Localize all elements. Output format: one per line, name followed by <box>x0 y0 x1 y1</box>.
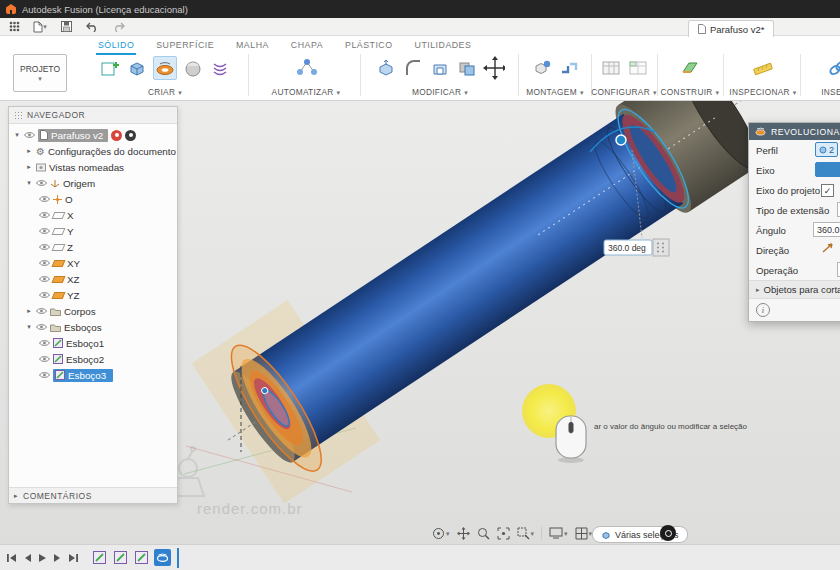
step-back-icon[interactable] <box>23 553 32 563</box>
browser-item-axis-x[interactable]: X <box>9 207 177 223</box>
configuration-table-icon[interactable] <box>600 57 622 79</box>
file-menu-icon[interactable]: ▾ <box>32 20 48 34</box>
expand-arrow-icon[interactable]: ▾ <box>25 323 33 331</box>
combine-icon[interactable] <box>456 57 478 79</box>
browser-header[interactable]: NAVEGADOR <box>9 107 177 124</box>
zoom-window-icon[interactable]: ▾ <box>515 525 537 541</box>
shell-icon[interactable] <box>429 57 451 79</box>
grid-snap-icon[interactable]: ▾ <box>573 525 595 541</box>
browser-item-plane-yz[interactable]: YZ <box>9 287 177 303</box>
new-component-icon[interactable] <box>531 57 553 79</box>
expand-arrow-icon[interactable]: ▸ <box>25 147 33 155</box>
browser-item-origin-point[interactable]: O <box>9 191 177 207</box>
group-label-inspecionar[interactable]: INSPECIONAR <box>729 87 789 97</box>
selected-highlight[interactable]: Esboço3 <box>53 369 113 382</box>
press-pull-icon[interactable] <box>375 57 397 79</box>
visibility-eye-icon[interactable] <box>36 307 47 315</box>
browser-item-axis-z[interactable]: Z <box>9 239 177 255</box>
visibility-eye-icon[interactable] <box>39 227 50 235</box>
visibility-eye-icon[interactable] <box>39 339 50 347</box>
browser-item-sketch2[interactable]: Esboço2 <box>9 351 177 367</box>
group-label-criar[interactable]: CRIAR <box>148 87 175 97</box>
info-icon[interactable]: i <box>756 303 770 317</box>
comments-bar[interactable]: ▸ COMENTÁRIOS <box>9 487 177 503</box>
visibility-eye-icon[interactable] <box>24 131 35 139</box>
redo-icon[interactable] <box>110 20 126 34</box>
browser-item-root[interactable]: ▾ Parafuso v2 <box>9 127 177 143</box>
browser-item-sketch1[interactable]: Esboço1 <box>9 335 177 351</box>
sweep-icon[interactable] <box>182 57 204 79</box>
save-icon[interactable] <box>58 20 74 34</box>
undo-icon[interactable] <box>84 20 100 34</box>
expand-arrow-icon[interactable]: ▸ <box>14 492 18 500</box>
step-forward-icon[interactable] <box>53 553 62 563</box>
angle-drag-handle[interactable] <box>653 239 669 256</box>
browser-item-bodies[interactable]: ▸ Corpos <box>9 303 177 319</box>
visibility-eye-icon[interactable] <box>39 371 50 379</box>
visibility-eye-icon[interactable] <box>39 355 50 363</box>
group-label-montagem[interactable]: MONTAGEM <box>526 87 577 97</box>
browser-item-axis-y[interactable]: Y <box>9 223 177 239</box>
project-axis-checkbox[interactable]: ✓ <box>821 184 834 197</box>
dialog-section-objects-to-cut[interactable]: ▸ Objetos para cortar <box>749 280 840 299</box>
profile-selector[interactable]: 2 <box>815 142 838 157</box>
axis-selector[interactable] <box>815 162 840 177</box>
visibility-eye-icon[interactable] <box>39 291 50 299</box>
pan-icon[interactable] <box>455 525 472 541</box>
timeline-sketch-feature[interactable] <box>91 549 108 566</box>
measure-icon[interactable] <box>752 57 774 79</box>
dialog-header[interactable]: REVOLUCIONAR <box>749 123 840 140</box>
visibility-eye-icon[interactable] <box>39 275 50 283</box>
drag-grip-icon[interactable] <box>14 111 22 119</box>
app-grid-icon[interactable] <box>6 20 22 34</box>
browser-item-doc-settings[interactable]: ▸ ⚙ Configurações do documento <box>9 143 177 159</box>
group-label-construir[interactable]: CONSTRUIR <box>661 87 713 97</box>
configuration-icon[interactable] <box>627 57 649 79</box>
group-label-inserir[interactable]: INSER <box>821 87 840 97</box>
browser-item-sketches[interactable]: ▾ Esboços <box>9 319 177 335</box>
expand-arrow-icon[interactable]: ▾ <box>25 179 33 187</box>
insert-link-icon[interactable] <box>827 57 840 79</box>
joint-icon[interactable] <box>558 57 580 79</box>
timeline-revolve-feature-active[interactable] <box>154 549 171 566</box>
browser-item-named-views[interactable]: ▸ Vistas nomeadas <box>9 159 177 175</box>
timeline-sketch-feature[interactable] <box>133 549 150 566</box>
timeline-playhead[interactable] <box>177 548 179 568</box>
root-highlight[interactable]: Parafuso v2 <box>38 129 108 142</box>
rotate-manipulator-handle[interactable] <box>616 135 626 145</box>
zoom-icon[interactable] <box>475 525 492 541</box>
direction-select[interactable] <box>821 242 835 254</box>
expand-arrow-icon[interactable]: ▸ <box>25 307 33 315</box>
browser-item-origin[interactable]: ▾ Origem <box>9 175 177 191</box>
visibility-eye-icon[interactable] <box>39 259 50 267</box>
visibility-eye-icon[interactable] <box>39 195 50 203</box>
visibility-eye-icon[interactable] <box>36 323 47 331</box>
skip-to-start-icon[interactable] <box>6 553 17 563</box>
skip-to-end-icon[interactable] <box>68 553 79 563</box>
document-tab[interactable]: Parafuso v2* <box>688 20 774 37</box>
create-sketch-icon[interactable] <box>99 57 121 79</box>
browser-item-sketch3[interactable]: Esboço3 <box>9 367 177 383</box>
browser-item-plane-xz[interactable]: XZ <box>9 271 177 287</box>
move-icon[interactable] <box>483 57 505 79</box>
display-settings-icon[interactable]: ▾ <box>547 525 570 541</box>
group-label-modificar[interactable]: MODIFICAR <box>412 87 461 97</box>
group-label-configurar[interactable]: CONFIGURAR <box>591 87 650 97</box>
visibility-eye-icon[interactable] <box>36 179 47 187</box>
expand-arrow-icon[interactable]: ▸ <box>25 163 33 171</box>
construction-plane-icon[interactable] <box>679 57 701 79</box>
browser-item-plane-xy[interactable]: XY <box>9 255 177 271</box>
group-label-automatizar[interactable]: AUTOMATIZAR <box>272 87 334 97</box>
timeline-sketch-feature[interactable] <box>112 549 129 566</box>
angle-input-value[interactable]: 360.0 deg <box>608 243 646 253</box>
extrude-icon[interactable] <box>126 57 148 79</box>
coil-icon[interactable] <box>209 57 231 79</box>
fit-view-icon[interactable] <box>495 525 512 541</box>
automate-icon[interactable] <box>295 57 317 79</box>
assistant-button[interactable] <box>660 525 676 541</box>
orbit-icon[interactable]: ▾ <box>430 525 452 541</box>
project-button[interactable]: PROJETO ▾ <box>13 54 67 92</box>
angle-field[interactable]: 360.0 <box>813 222 840 237</box>
play-icon[interactable] <box>38 553 47 563</box>
revolve-icon[interactable] <box>153 56 177 80</box>
